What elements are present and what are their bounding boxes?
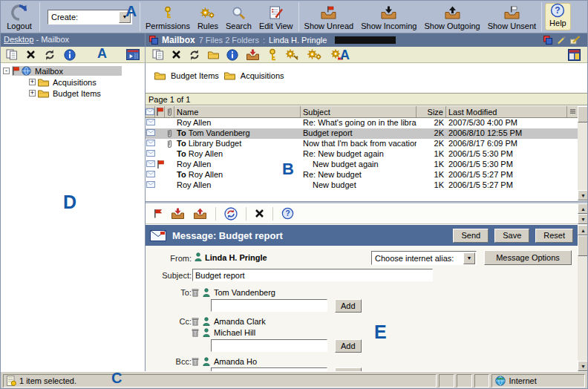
trash-icon[interactable]: [192, 288, 199, 297]
collapse-panel-icon[interactable]: [126, 49, 140, 60]
table-row[interactable]: Roy AllenNew budget again1K2006/1/5 5:30…: [146, 160, 578, 170]
permissions-key-icon[interactable]: [267, 48, 278, 62]
logout-button[interactable]: Logout: [1, 1, 38, 33]
refresh-icon[interactable]: [44, 49, 56, 61]
paperclip-icon: [165, 139, 174, 149]
paperclip-column-icon[interactable]: [165, 106, 174, 117]
forward-icon[interactable]: [246, 49, 260, 60]
message-options-button[interactable]: Message Options: [484, 250, 572, 265]
toolbar-separator: [140, 2, 140, 31]
column-size[interactable]: Size: [416, 106, 446, 117]
rules-button[interactable]: Rules: [194, 1, 222, 33]
collapse-expander[interactable]: -: [3, 68, 10, 74]
tree-item-mailbox[interactable]: - Mailbox: [1, 65, 145, 76]
pen-icon[interactable]: [557, 36, 566, 45]
compose-scrollbar[interactable]: ▲ ▼: [578, 225, 588, 371]
sort-menu-icon[interactable]: [567, 106, 578, 117]
preferences-gear-key-icon[interactable]: [285, 48, 299, 61]
refresh-icon[interactable]: [189, 49, 200, 61]
table-row[interactable]: To Roy AllenRe: New budget1K2006/1/5 5:2…: [146, 170, 578, 180]
show-incoming-button[interactable]: Show Incoming: [357, 1, 420, 33]
folder-icon: [38, 89, 49, 98]
table-row[interactable]: To Tom VandenbergBudget report2K2006/8/1…: [146, 128, 578, 139]
chevron-down-icon[interactable]: ▼: [463, 252, 475, 264]
show-unread-button[interactable]: Show Unread: [301, 1, 358, 33]
table-row[interactable]: To Roy AllenRe: New budget again1K2006/1…: [146, 149, 578, 160]
table-row[interactable]: To Library BudgetNow that I'm back from …: [146, 139, 578, 149]
show-unsent-button[interactable]: Show Unsent: [484, 1, 540, 33]
person-icon: [203, 317, 210, 326]
copy-icon[interactable]: [152, 49, 164, 60]
flag-column-icon[interactable]: [155, 106, 165, 117]
move-to-folder-icon[interactable]: [208, 50, 219, 59]
mailbox-count: 7 Files 2 Folders: [199, 36, 259, 45]
sync-icon[interactable]: [224, 207, 238, 220]
send-mail-icon[interactable]: [193, 208, 207, 219]
permissions-button[interactable]: Permissions: [142, 1, 194, 33]
message-title-bar: Message: Budget report Send Save Reset: [146, 225, 578, 246]
info-icon[interactable]: [226, 49, 238, 61]
internet-alias-dropdown[interactable]: Choose internet alias: ▼: [371, 251, 477, 265]
receive-mail-icon[interactable]: [171, 208, 185, 219]
create-dropdown[interactable]: Create: ▼: [48, 10, 132, 24]
row-last-modified: 2006/1/5 5:30 PM: [446, 160, 567, 170]
delete-icon[interactable]: [26, 50, 36, 59]
envelope-column-icon[interactable]: [146, 106, 155, 117]
send-button[interactable]: Send: [453, 229, 489, 243]
reset-button[interactable]: Reset: [535, 229, 573, 243]
add-to-button[interactable]: Add: [335, 299, 362, 313]
scroll-down-icon[interactable]: ▼: [578, 361, 588, 371]
user-name: Linda H. Pringle: [269, 36, 327, 45]
tray-up-icon: [444, 4, 461, 21]
memo-icon[interactable]: [543, 36, 552, 45]
scroll-up-icon[interactable]: ▲: [578, 225, 588, 235]
save-button[interactable]: Save: [494, 229, 529, 243]
trash-icon[interactable]: [192, 328, 199, 337]
table-row[interactable]: Roy AllenNew budget1K2006/1/5 5:27 PM: [146, 180, 578, 191]
subject-input[interactable]: [192, 269, 433, 281]
delete-icon[interactable]: [255, 209, 264, 218]
row-last-modified: 2006/1/5 5:27 PM: [446, 170, 567, 180]
status-cell: [439, 374, 454, 388]
paperclip-icon: [165, 160, 174, 170]
column-last-modified[interactable]: Last Modified: [446, 106, 567, 117]
flag-icon[interactable]: [153, 209, 163, 218]
mini-scrollbar[interactable]: ▲ ▼: [578, 203, 588, 224]
trash-icon[interactable]: [192, 357, 199, 366]
path-item[interactable]: Budget Items: [171, 71, 219, 80]
copy-icon[interactable]: [6, 49, 18, 60]
info-icon[interactable]: [64, 49, 76, 61]
tray-white-flag-icon: [503, 4, 520, 21]
column-name[interactable]: Name: [174, 106, 301, 117]
expand-expander[interactable]: +: [29, 90, 36, 97]
layout-icon[interactable]: [568, 49, 581, 61]
add-cc-button[interactable]: Add: [335, 339, 362, 353]
table-row[interactable]: Roy AllenRe: What's going on in the libr…: [146, 118, 578, 128]
help-button[interactable]: ? Help: [545, 3, 571, 30]
help-icon[interactable]: ?: [281, 207, 294, 220]
breadcrumb-desktop-link[interactable]: Desktop: [4, 35, 33, 44]
delete-icon[interactable]: [172, 50, 181, 59]
row-size: 1K: [416, 170, 446, 180]
scroll-up-icon[interactable]: ▲: [578, 203, 588, 214]
list-scrollbar[interactable]: ▼: [578, 106, 588, 200]
row-size: 1K: [416, 180, 446, 191]
cc-label: Cc:: [148, 317, 192, 326]
search-button[interactable]: Search: [222, 1, 255, 33]
show-outgoing-button[interactable]: Show Outgoing: [420, 1, 483, 33]
tree-item-budget-items[interactable]: + Budget Items: [1, 88, 145, 99]
cc-input[interactable]: [211, 339, 327, 352]
scroll-down-icon[interactable]: ▼: [578, 190, 588, 200]
signature-pen-icon[interactable]: [570, 36, 581, 45]
to-input[interactable]: [211, 299, 327, 312]
column-subject[interactable]: Subject: [301, 106, 416, 117]
flag-icon: [155, 160, 165, 170]
agents-gears-icon[interactable]: [307, 48, 322, 61]
trash-icon[interactable]: [192, 317, 199, 326]
path-item[interactable]: Acquisitions: [241, 71, 284, 80]
scroll-down-icon[interactable]: ▼: [578, 214, 588, 224]
expand-expander[interactable]: +: [29, 79, 36, 85]
edit-view-button[interactable]: Edit View: [255, 1, 297, 33]
logout-icon: [10, 4, 29, 21]
tree-item-acquisitions[interactable]: + Acquisitions: [1, 76, 145, 88]
